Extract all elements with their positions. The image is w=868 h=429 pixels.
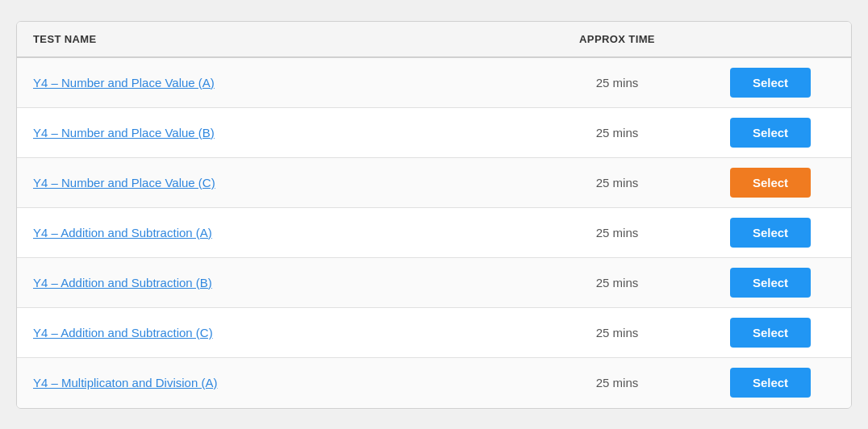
approx-time: 25 mins [528,226,706,239]
table-row: Y4 – Addition and Subtraction (C)25 mins… [17,308,851,358]
table-row: Y4 – Addition and Subtraction (A)25 mins… [17,208,851,258]
table-row: Y4 – Number and Place Value (B)25 minsSe… [17,108,851,158]
table-body: Y4 – Number and Place Value (A)25 minsSe… [17,58,851,408]
header-approx-time: APPROX TIME [528,33,706,45]
select-button[interactable]: Select [730,68,811,98]
action-cell: Select [706,168,835,198]
approx-time: 25 mins [528,276,706,289]
test-name-link[interactable]: Y4 – Number and Place Value (B) [33,126,528,140]
select-button[interactable]: Select [730,318,811,348]
action-cell: Select [706,268,835,298]
approx-time: 25 mins [528,176,706,190]
test-name-link[interactable]: Y4 – Addition and Subtraction (B) [33,276,528,289]
select-button[interactable]: Select [730,168,811,198]
select-button[interactable]: Select [730,218,811,248]
approx-time: 25 mins [528,126,706,140]
action-cell: Select [706,368,835,398]
select-button[interactable]: Select [730,118,811,148]
action-cell: Select [706,118,835,148]
test-table: TEST NAME APPROX TIME Y4 – Number and Pl… [16,21,852,409]
table-row: Y4 – Number and Place Value (C)25 minsSe… [17,158,851,208]
test-name-link[interactable]: Y4 – Addition and Subtraction (C) [33,326,528,339]
test-name-link[interactable]: Y4 – Addition and Subtraction (A) [33,226,528,239]
header-test-name: TEST NAME [33,33,528,45]
approx-time: 25 mins [528,76,706,90]
approx-time: 25 mins [528,326,706,339]
select-button[interactable]: Select [730,368,811,398]
table-header: TEST NAME APPROX TIME [17,22,851,58]
header-action [706,33,835,45]
table-row: Y4 – Addition and Subtraction (B)25 mins… [17,258,851,308]
table-row: Y4 – Multiplicaton and Division (A)25 mi… [17,358,851,408]
select-button[interactable]: Select [730,268,811,298]
action-cell: Select [706,318,835,348]
test-name-link[interactable]: Y4 – Multiplicaton and Division (A) [33,376,528,389]
test-name-link[interactable]: Y4 – Number and Place Value (A) [33,76,528,90]
table-row: Y4 – Number and Place Value (A)25 minsSe… [17,58,851,108]
action-cell: Select [706,218,835,248]
test-name-link[interactable]: Y4 – Number and Place Value (C) [33,176,528,190]
action-cell: Select [706,68,835,98]
approx-time: 25 mins [528,376,706,389]
